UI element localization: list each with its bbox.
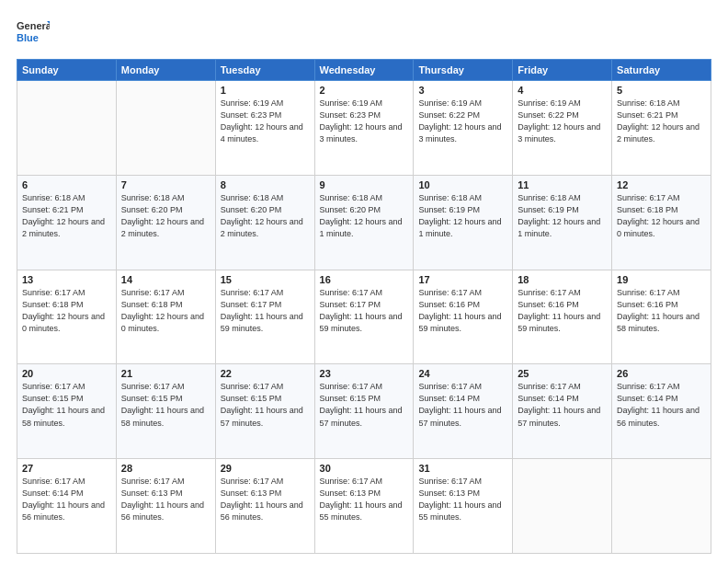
- day-number: 23: [320, 368, 409, 379]
- calendar-cell: 4Sunrise: 6:19 AM Sunset: 6:22 PM Daylig…: [513, 81, 612, 176]
- day-info: Sunrise: 6:19 AM Sunset: 6:22 PM Dayligh…: [418, 98, 507, 145]
- calendar-cell: 14Sunrise: 6:17 AM Sunset: 6:18 PM Dayli…: [116, 270, 215, 364]
- calendar-cell: 11Sunrise: 6:18 AM Sunset: 6:19 PM Dayli…: [513, 175, 612, 270]
- day-number: 20: [22, 368, 111, 379]
- day-number: 2: [320, 85, 409, 96]
- calendar-header-friday: Friday: [513, 60, 612, 81]
- day-info: Sunrise: 6:19 AM Sunset: 6:22 PM Dayligh…: [518, 98, 607, 145]
- calendar-cell: [513, 459, 612, 554]
- day-info: Sunrise: 6:17 AM Sunset: 6:14 PM Dayligh…: [617, 381, 706, 429]
- calendar-cell: 2Sunrise: 6:19 AM Sunset: 6:23 PM Daylig…: [314, 81, 414, 176]
- calendar-cell: 9Sunrise: 6:18 AM Sunset: 6:20 PM Daylig…: [314, 175, 414, 270]
- calendar-cell: 7Sunrise: 6:18 AM Sunset: 6:20 PM Daylig…: [116, 175, 215, 270]
- day-info: Sunrise: 6:17 AM Sunset: 6:13 PM Dayligh…: [418, 476, 507, 523]
- day-number: 6: [22, 179, 111, 190]
- day-info: Sunrise: 6:17 AM Sunset: 6:13 PM Dayligh…: [121, 476, 210, 523]
- day-number: 21: [121, 368, 210, 379]
- calendar-cell: [116, 81, 215, 176]
- calendar-week-3: 13Sunrise: 6:17 AM Sunset: 6:18 PM Dayli…: [17, 270, 711, 364]
- day-info: Sunrise: 6:19 AM Sunset: 6:23 PM Dayligh…: [320, 98, 409, 145]
- day-number: 4: [518, 85, 607, 96]
- calendar-cell: 22Sunrise: 6:17 AM Sunset: 6:15 PM Dayli…: [215, 364, 314, 459]
- calendar-table: SundayMondayTuesdayWednesdayThursdayFrid…: [17, 59, 711, 554]
- day-number: 18: [518, 274, 607, 285]
- calendar-week-1: 1Sunrise: 6:19 AM Sunset: 6:23 PM Daylig…: [17, 81, 711, 176]
- calendar-cell: 21Sunrise: 6:17 AM Sunset: 6:15 PM Dayli…: [116, 364, 215, 459]
- calendar-cell: [17, 81, 117, 176]
- day-number: 12: [617, 179, 706, 190]
- calendar-cell: 23Sunrise: 6:17 AM Sunset: 6:15 PM Dayli…: [314, 364, 414, 459]
- calendar-cell: 1Sunrise: 6:19 AM Sunset: 6:23 PM Daylig…: [215, 81, 314, 176]
- calendar-cell: 31Sunrise: 6:17 AM Sunset: 6:13 PM Dayli…: [414, 459, 513, 554]
- day-info: Sunrise: 6:18 AM Sunset: 6:19 PM Dayligh…: [418, 192, 507, 240]
- generalblue-logo-icon: General Blue: [17, 17, 50, 50]
- day-number: 25: [518, 368, 607, 379]
- day-info: Sunrise: 6:17 AM Sunset: 6:14 PM Dayligh…: [518, 381, 607, 429]
- day-info: Sunrise: 6:17 AM Sunset: 6:16 PM Dayligh…: [418, 287, 507, 335]
- svg-text:General: General: [17, 20, 50, 31]
- calendar-cell: 6Sunrise: 6:18 AM Sunset: 6:21 PM Daylig…: [17, 175, 117, 270]
- calendar-cell: 12Sunrise: 6:17 AM Sunset: 6:18 PM Dayli…: [612, 175, 711, 270]
- day-number: 10: [418, 179, 507, 190]
- day-info: Sunrise: 6:18 AM Sunset: 6:20 PM Dayligh…: [221, 192, 310, 240]
- calendar-cell: 26Sunrise: 6:17 AM Sunset: 6:14 PM Dayli…: [612, 364, 711, 459]
- calendar-cell: 27Sunrise: 6:17 AM Sunset: 6:14 PM Dayli…: [17, 459, 117, 554]
- day-info: Sunrise: 6:17 AM Sunset: 6:18 PM Dayligh…: [22, 287, 111, 335]
- calendar-cell: 24Sunrise: 6:17 AM Sunset: 6:14 PM Dayli…: [414, 364, 513, 459]
- header: General Blue: [17, 17, 711, 50]
- calendar-cell: 10Sunrise: 6:18 AM Sunset: 6:19 PM Dayli…: [414, 175, 513, 270]
- calendar-header-saturday: Saturday: [612, 60, 711, 81]
- calendar-cell: 16Sunrise: 6:17 AM Sunset: 6:17 PM Dayli…: [314, 270, 414, 364]
- day-number: 5: [617, 85, 706, 96]
- calendar-header-wednesday: Wednesday: [314, 60, 414, 81]
- day-info: Sunrise: 6:18 AM Sunset: 6:20 PM Dayligh…: [121, 192, 210, 240]
- calendar-cell: 8Sunrise: 6:18 AM Sunset: 6:20 PM Daylig…: [215, 175, 314, 270]
- day-info: Sunrise: 6:17 AM Sunset: 6:16 PM Dayligh…: [617, 287, 706, 335]
- day-number: 11: [518, 179, 607, 190]
- day-number: 16: [320, 274, 409, 285]
- day-number: 7: [121, 179, 210, 190]
- calendar-cell: 29Sunrise: 6:17 AM Sunset: 6:13 PM Dayli…: [215, 459, 314, 554]
- calendar-week-5: 27Sunrise: 6:17 AM Sunset: 6:14 PM Dayli…: [17, 459, 711, 554]
- calendar-cell: 13Sunrise: 6:17 AM Sunset: 6:18 PM Dayli…: [17, 270, 117, 364]
- day-info: Sunrise: 6:18 AM Sunset: 6:21 PM Dayligh…: [617, 98, 706, 145]
- day-info: Sunrise: 6:17 AM Sunset: 6:15 PM Dayligh…: [320, 381, 409, 429]
- calendar-cell: 17Sunrise: 6:17 AM Sunset: 6:16 PM Dayli…: [414, 270, 513, 364]
- page: General Blue SundayMondayTuesdayWednesda…: [0, 0, 728, 563]
- day-info: Sunrise: 6:18 AM Sunset: 6:21 PM Dayligh…: [22, 192, 111, 240]
- calendar-week-4: 20Sunrise: 6:17 AM Sunset: 6:15 PM Dayli…: [17, 364, 711, 459]
- day-info: Sunrise: 6:17 AM Sunset: 6:16 PM Dayligh…: [518, 287, 607, 335]
- calendar-week-2: 6Sunrise: 6:18 AM Sunset: 6:21 PM Daylig…: [17, 175, 711, 270]
- day-info: Sunrise: 6:17 AM Sunset: 6:15 PM Dayligh…: [121, 381, 210, 429]
- logo: General Blue: [17, 17, 50, 50]
- day-info: Sunrise: 6:18 AM Sunset: 6:20 PM Dayligh…: [320, 192, 409, 240]
- calendar-cell: 30Sunrise: 6:17 AM Sunset: 6:13 PM Dayli…: [314, 459, 414, 554]
- calendar-header-monday: Monday: [116, 60, 215, 81]
- day-number: 28: [121, 463, 210, 474]
- day-number: 14: [121, 274, 210, 285]
- day-info: Sunrise: 6:17 AM Sunset: 6:15 PM Dayligh…: [22, 381, 111, 429]
- calendar-cell: 5Sunrise: 6:18 AM Sunset: 6:21 PM Daylig…: [612, 81, 711, 176]
- day-info: Sunrise: 6:17 AM Sunset: 6:15 PM Dayligh…: [221, 381, 310, 429]
- calendar-header-thursday: Thursday: [414, 60, 513, 81]
- calendar-cell: [612, 459, 711, 554]
- day-number: 30: [320, 463, 409, 474]
- calendar-cell: 20Sunrise: 6:17 AM Sunset: 6:15 PM Dayli…: [17, 364, 117, 459]
- day-number: 9: [320, 179, 409, 190]
- day-info: Sunrise: 6:17 AM Sunset: 6:14 PM Dayligh…: [22, 476, 111, 523]
- calendar-cell: 15Sunrise: 6:17 AM Sunset: 6:17 PM Dayli…: [215, 270, 314, 364]
- day-info: Sunrise: 6:17 AM Sunset: 6:18 PM Dayligh…: [617, 192, 706, 240]
- calendar-cell: 19Sunrise: 6:17 AM Sunset: 6:16 PM Dayli…: [612, 270, 711, 364]
- day-number: 3: [418, 85, 507, 96]
- calendar-cell: 3Sunrise: 6:19 AM Sunset: 6:22 PM Daylig…: [414, 81, 513, 176]
- day-number: 26: [617, 368, 706, 379]
- day-number: 27: [22, 463, 111, 474]
- calendar-cell: 25Sunrise: 6:17 AM Sunset: 6:14 PM Dayli…: [513, 364, 612, 459]
- day-number: 31: [418, 463, 507, 474]
- day-number: 17: [418, 274, 507, 285]
- day-info: Sunrise: 6:17 AM Sunset: 6:18 PM Dayligh…: [121, 287, 210, 335]
- day-info: Sunrise: 6:17 AM Sunset: 6:14 PM Dayligh…: [418, 381, 507, 429]
- calendar-cell: 18Sunrise: 6:17 AM Sunset: 6:16 PM Dayli…: [513, 270, 612, 364]
- day-info: Sunrise: 6:17 AM Sunset: 6:17 PM Dayligh…: [320, 287, 409, 335]
- day-number: 13: [22, 274, 111, 285]
